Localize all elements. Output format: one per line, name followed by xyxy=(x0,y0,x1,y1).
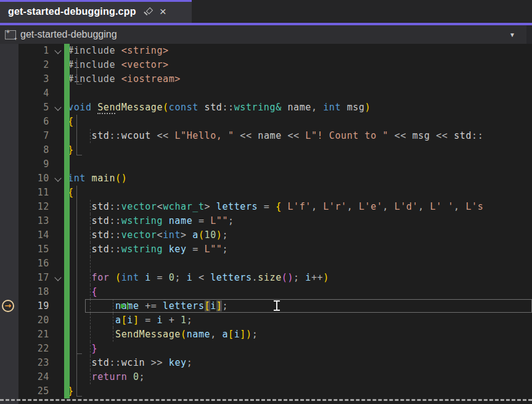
line-number: 20 xyxy=(18,313,49,328)
code-text[interactable] xyxy=(68,257,532,271)
code-line[interactable]: 2#include <vector> xyxy=(0,58,532,72)
breakpoint-margin[interactable] xyxy=(0,86,18,101)
code-text[interactable]: { xyxy=(68,285,532,299)
breakpoint-margin[interactable] xyxy=(0,186,18,200)
tab-get-started-debugging[interactable]: get-started-debugging.cpp × xyxy=(0,0,192,23)
fold-guide-tick xyxy=(76,155,82,155)
fold-guide-tick xyxy=(76,353,82,354)
code-editor[interactable]: 1#include <string>2#include <vector>3#in… xyxy=(0,44,532,404)
code-text[interactable]: std::wcin >> key; xyxy=(68,356,532,370)
breakpoint-margin[interactable] xyxy=(0,313,18,328)
breakpoint-margin[interactable] xyxy=(0,143,18,157)
code-line[interactable]: 15 std::wstring key = L""; xyxy=(0,242,532,257)
chevron-down-icon[interactable]: ▼ xyxy=(509,31,515,38)
code-line[interactable]: 17 for (int i = 0; i < letters.size(); i… xyxy=(0,271,532,285)
chevron-down-icon[interactable] xyxy=(54,274,61,281)
fold-guide-tick xyxy=(76,396,82,397)
code-text[interactable]: std::vector<wchar_t> letters = { L'f', L… xyxy=(68,200,532,214)
code-line[interactable]: 21 SendMessage(name, a[i]); xyxy=(0,328,532,342)
line-number: 13 xyxy=(18,214,49,228)
splitter-dashed-line xyxy=(0,399,532,401)
code-line[interactable]: 11{ xyxy=(0,186,532,200)
code-text[interactable]: std::wcout << L"Hello, " << name << L"! … xyxy=(68,129,532,143)
code-text[interactable]: int main() xyxy=(68,171,532,186)
breakpoint-margin[interactable] xyxy=(0,157,18,171)
code-line[interactable]: 1#include <string> xyxy=(0,44,532,58)
line-number: 14 xyxy=(18,228,49,242)
code-line[interactable]: 16 xyxy=(0,257,532,271)
breakpoint-margin[interactable] xyxy=(0,257,18,271)
code-line[interactable]: 10int main() xyxy=(0,171,532,186)
line-number: 9 xyxy=(18,157,49,171)
breakpoint-margin[interactable] xyxy=(0,328,18,342)
code-line[interactable]: 7 std::wcout << L"Hello, " << name << L"… xyxy=(0,129,532,143)
breakpoint-margin[interactable] xyxy=(0,129,18,143)
code-text[interactable]: { xyxy=(68,186,532,200)
breakpoint-margin[interactable]: → xyxy=(0,299,18,313)
chevron-down-icon[interactable] xyxy=(54,175,61,181)
code-text[interactable]: std::wstring key = L""; xyxy=(68,242,532,257)
code-text[interactable]: #include <string> xyxy=(68,44,532,58)
breakpoint-margin[interactable] xyxy=(0,101,18,115)
code-text[interactable]: { xyxy=(68,115,532,129)
code-text[interactable]: #include <iostream> xyxy=(68,72,532,86)
line-number: 19 xyxy=(18,299,49,313)
code-line[interactable]: 18 { xyxy=(0,285,532,299)
code-text[interactable]: SendMessage(name, a[i]); xyxy=(68,328,532,342)
code-text[interactable]: a[i] = i + 1; xyxy=(68,313,532,328)
code-line[interactable]: 12 std::vector<wchar_t> letters = { L'f'… xyxy=(0,200,532,214)
breakpoint-margin[interactable] xyxy=(0,370,18,384)
breakpoint-margin[interactable] xyxy=(0,242,18,257)
breakpoint-margin[interactable] xyxy=(0,384,18,398)
code-text[interactable]: } xyxy=(68,342,532,356)
run-to-cursor-icon[interactable]: ▶ xyxy=(121,302,128,310)
code-text[interactable]: for (int i = 0; i < letters.size(); i++) xyxy=(68,271,532,285)
line-number: 25 xyxy=(18,384,49,398)
breakpoint-margin[interactable] xyxy=(0,171,18,186)
code-text[interactable]: } xyxy=(68,143,532,157)
line-number: 8 xyxy=(18,143,49,157)
code-text[interactable]: std::vector<int> a(10); xyxy=(68,228,532,242)
code-text[interactable]: name += letters[i]; xyxy=(68,299,532,313)
breadcrumb-bar[interactable]: + + get-started-debugging ▼ xyxy=(0,25,532,44)
code-text[interactable]: #include <vector> xyxy=(68,58,532,72)
code-line[interactable]: 24 return 0; xyxy=(0,370,532,384)
code-text[interactable]: } xyxy=(68,384,532,398)
code-line[interactable]: 14 std::vector<int> a(10); xyxy=(0,228,532,242)
breakpoint-margin[interactable] xyxy=(0,271,18,285)
code-line[interactable]: 13 std::wstring name = L""; xyxy=(0,214,532,228)
cpp-file-icon: + + xyxy=(5,30,16,39)
breakpoint-margin[interactable] xyxy=(0,356,18,370)
code-line[interactable]: 20 a[i] = i + 1; xyxy=(0,313,532,328)
code-text[interactable] xyxy=(68,157,532,171)
fold-guide-line xyxy=(76,285,77,353)
breakpoint-margin[interactable] xyxy=(0,44,18,58)
breakpoint-margin[interactable] xyxy=(0,200,18,214)
code-text[interactable]: std::wstring name = L""; xyxy=(68,214,532,228)
line-number: 4 xyxy=(18,86,49,101)
close-icon[interactable]: × xyxy=(160,7,166,17)
breakpoint-margin[interactable] xyxy=(0,115,18,129)
code-line[interactable]: →19 name += letters[i];▶ xyxy=(0,299,532,313)
code-line[interactable]: 23 std::wcin >> key; xyxy=(0,356,532,370)
chevron-down-icon[interactable] xyxy=(54,104,61,110)
breakpoint-margin[interactable] xyxy=(0,228,18,242)
line-number: 22 xyxy=(18,342,49,356)
code-line[interactable]: 4 xyxy=(0,86,532,101)
breakpoint-margin[interactable] xyxy=(0,342,18,356)
code-text[interactable] xyxy=(68,86,532,101)
chevron-down-icon[interactable] xyxy=(54,47,61,54)
code-text[interactable]: return 0; xyxy=(68,370,532,384)
breakpoint-margin[interactable] xyxy=(0,285,18,299)
code-line[interactable]: 9 xyxy=(0,157,532,171)
breakpoint-margin[interactable] xyxy=(0,214,18,228)
code-text[interactable]: void SendMessage(const std::wstring& nam… xyxy=(68,101,532,115)
breakpoint-margin[interactable] xyxy=(0,58,18,72)
pin-icon[interactable] xyxy=(144,7,153,17)
breakpoint-margin[interactable] xyxy=(0,72,18,86)
plus-glyph: + xyxy=(6,28,10,35)
fold-guide-line xyxy=(76,115,77,155)
line-number: 17 xyxy=(18,271,49,285)
code-line[interactable]: 5void SendMessage(const std::wstring& na… xyxy=(0,101,532,115)
code-line[interactable]: 6{ xyxy=(0,115,532,129)
